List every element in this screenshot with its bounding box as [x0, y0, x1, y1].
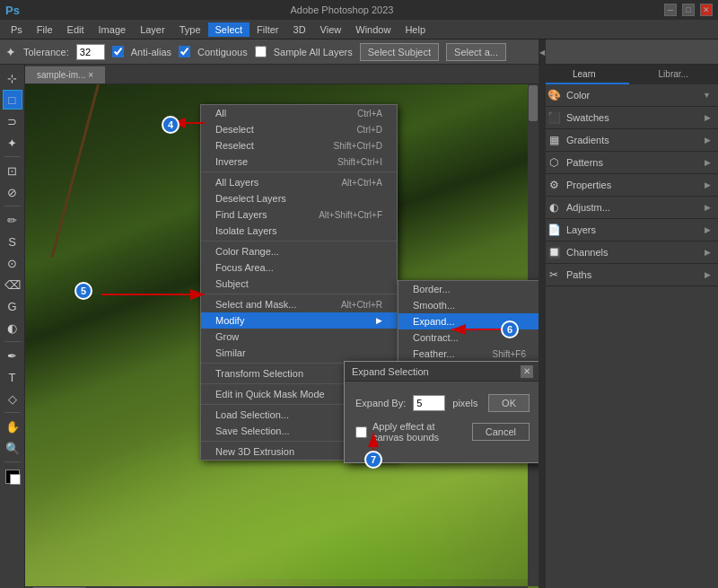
apply-effect-checkbox[interactable] — [355, 426, 367, 438]
menu-ps[interactable]: Ps — [4, 22, 30, 37]
tool-gradient[interactable]: G — [3, 296, 22, 316]
window-controls: ─ □ ✕ — [664, 4, 713, 16]
tool-dodge[interactable]: ◐ — [3, 318, 22, 338]
menu-type[interactable]: Type — [172, 22, 208, 37]
menu-3d[interactable]: 3D — [286, 22, 313, 37]
menu-layer[interactable]: Layer — [133, 22, 172, 37]
dialog-close-button[interactable]: ✕ — [521, 365, 533, 378]
scroll-thumb-v[interactable] — [529, 85, 538, 121]
menu-all-layers[interactable]: All LayersAlt+Ctrl+A — [201, 174, 397, 190]
panel-color-header[interactable]: 🎨 Color ▼ — [539, 84, 718, 106]
panel-swatches-header[interactable]: ⬛ Swatches ▶ — [539, 107, 718, 128]
submenu-feather[interactable]: Feather...Shift+F6 — [398, 346, 538, 362]
tool-shape[interactable]: ◇ — [3, 389, 22, 408]
tool-brush[interactable]: ✏ — [3, 210, 22, 230]
menu-similar[interactable]: Similar — [201, 345, 397, 361]
properties-icon: ⚙ — [547, 178, 561, 192]
tab-libraries[interactable]: Librar... — [629, 65, 719, 84]
tool-eraser[interactable]: ⌫ — [3, 275, 22, 294]
contiguous-label: Contiguous — [197, 47, 248, 57]
menu-find-layers[interactable]: Find LayersAlt+Shift+Ctrl+F — [201, 206, 397, 223]
file-tab-active[interactable]: sample-im... × — [25, 66, 105, 83]
menu-select[interactable]: Select — [208, 22, 250, 37]
ok-button[interactable]: OK — [488, 394, 530, 412]
tool-hand[interactable]: ✋ — [3, 417, 22, 436]
menu-reselect[interactable]: ReselectShift+Ctrl+D — [201, 137, 397, 154]
titlebar: Ps Adobe Photoshop 2023 ─ □ ✕ — [0, 0, 718, 20]
layers-icon: 📄 — [547, 223, 561, 237]
menu-deselect-layers[interactable]: Deselect Layers — [201, 190, 397, 206]
menubar: Ps File Edit Image Layer Type Select Fil… — [0, 20, 718, 39]
menu-color-range[interactable]: Color Range... — [201, 243, 397, 259]
panel-gradients-label: Gradients — [566, 135, 609, 145]
panel-adjustments: ◐ Adjustm... ▶ — [539, 197, 718, 219]
panel-color-label: Color — [566, 90, 590, 101]
apply-effect-row: Apply effect at canvas bounds Cancel — [355, 421, 530, 443]
menu-window[interactable]: Window — [348, 22, 398, 37]
gradients-collapse-arrow: ▶ — [705, 136, 711, 145]
menu-select-mask[interactable]: Select and Mask...Alt+Ctrl+R — [201, 296, 397, 312]
options-bar: ✦ Tolerance: Anti-alias Contiguous Sampl… — [0, 39, 718, 65]
menu-inverse[interactable]: InverseShift+Ctrl+I — [201, 154, 397, 170]
panel-paths-header[interactable]: ✂ Paths ▶ — [539, 264, 718, 285]
sample-all-checkbox[interactable] — [255, 46, 267, 57]
minimize-button[interactable]: ─ — [664, 4, 677, 16]
tool-select-rect[interactable]: □ — [3, 90, 22, 110]
cancel-button[interactable]: Cancel — [472, 423, 530, 441]
menu-filter[interactable]: Filter — [250, 22, 285, 37]
menu-grow[interactable]: Grow — [201, 329, 397, 345]
submenu-border[interactable]: Border... — [398, 281, 538, 297]
panel-layers-header[interactable]: 📄 Layers ▶ — [539, 219, 718, 241]
tool-history[interactable]: ⊙ — [3, 253, 22, 273]
contiguous-checkbox[interactable] — [179, 46, 190, 57]
titlebar-title: Adobe Photoshop 2023 — [20, 4, 664, 15]
expand-by-input[interactable] — [413, 395, 445, 411]
adjustments-collapse-arrow: ▶ — [705, 203, 711, 212]
menu-modify[interactable]: Modify▶ — [201, 312, 397, 329]
panel-channels-header[interactable]: 🔲 Channels ▶ — [539, 241, 718, 263]
menu-subject[interactable]: Subject — [201, 276, 397, 292]
swatches-collapse-arrow: ▶ — [705, 113, 711, 122]
submenu-smooth[interactable]: Smooth... — [398, 297, 538, 313]
tool-magic-wand[interactable]: ✦ — [3, 133, 22, 153]
menu-deselect[interactable]: DeselectCtrl+D — [201, 121, 397, 137]
foreground-color[interactable] — [5, 470, 20, 484]
tool-lasso[interactable]: ⊃ — [3, 111, 22, 131]
menu-isolate-layers[interactable]: Isolate Layers — [201, 223, 397, 239]
close-button[interactable]: ✕ — [700, 4, 713, 16]
toolbar-separator-5 — [4, 461, 21, 462]
antialias-label: Anti-alias — [131, 47, 171, 57]
panel-layers: 📄 Layers ▶ — [539, 219, 718, 241]
select-subject-button[interactable]: Select Subject — [360, 43, 439, 61]
menu-help[interactable]: Help — [398, 22, 433, 37]
select-mask-button[interactable]: Select a... — [446, 43, 506, 61]
menu-all[interactable]: AllCtrl+A — [201, 105, 397, 121]
restore-button[interactable]: □ — [682, 4, 695, 16]
antialias-checkbox[interactable] — [112, 46, 124, 57]
tool-stamp[interactable]: S — [3, 232, 22, 251]
modify-submenu: Border... Smooth... Expand... Contract..… — [398, 280, 538, 363]
menu-view[interactable]: View — [313, 22, 349, 37]
menu-file[interactable]: File — [30, 22, 60, 37]
menu-edit[interactable]: Edit — [60, 22, 92, 37]
tool-move[interactable]: ⊹ — [3, 68, 22, 88]
expand-selection-dialog: Expand Selection ✕ Expand By: pixels OK … — [344, 361, 538, 463]
dialog-titlebar: Expand Selection ✕ — [345, 362, 538, 382]
tool-pen[interactable]: ✒ — [3, 346, 22, 365]
background-color[interactable] — [10, 474, 21, 485]
panel-properties-header[interactable]: ⚙ Properties ▶ — [539, 174, 718, 196]
color-icon: 🎨 — [547, 88, 561, 102]
tool-eyedropper[interactable]: ⊘ — [3, 182, 22, 202]
menu-focus-area[interactable]: Focus Area... — [201, 259, 397, 276]
tool-zoom[interactable]: 🔍 — [3, 438, 22, 458]
tolerance-input[interactable] — [76, 44, 105, 60]
panel-adjustments-header[interactable]: ◐ Adjustm... ▶ — [539, 197, 718, 218]
canvas-area: sample-im... × @Myexsmple 66.67% 12 — [25, 65, 538, 588]
panel-patterns-header[interactable]: ⬡ Patterns ▶ — [539, 152, 718, 173]
menu-image[interactable]: Image — [92, 22, 134, 37]
panel-patterns-label: Patterns — [566, 157, 603, 168]
panel-gradients-header[interactable]: ▦ Gradients ▶ — [539, 129, 718, 151]
tab-learn[interactable]: Learn — [539, 65, 629, 84]
tool-crop[interactable]: ⊡ — [3, 161, 22, 180]
tool-type[interactable]: T — [3, 367, 22, 387]
